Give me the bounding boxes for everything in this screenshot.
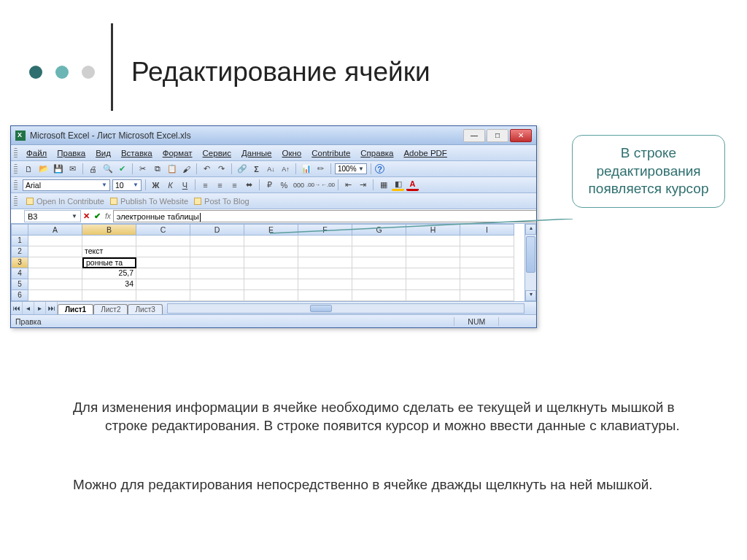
grip-icon[interactable] bbox=[14, 196, 18, 206]
cell[interactable] bbox=[298, 268, 352, 279]
cell[interactable] bbox=[298, 279, 352, 290]
cell[interactable] bbox=[406, 246, 460, 257]
cell[interactable] bbox=[28, 236, 82, 246]
menu-contribute[interactable]: Contribute bbox=[307, 147, 355, 159]
menu-tools[interactable]: Сервис bbox=[198, 147, 236, 159]
grip-icon[interactable] bbox=[14, 148, 18, 158]
cell[interactable] bbox=[460, 246, 514, 257]
cell[interactable] bbox=[136, 279, 190, 290]
cell[interactable] bbox=[460, 257, 514, 268]
cell[interactable] bbox=[136, 257, 190, 268]
cell[interactable] bbox=[190, 279, 244, 290]
sheet-tab[interactable]: Лист2 bbox=[93, 304, 128, 314]
menu-insert[interactable]: Вставка bbox=[117, 147, 157, 159]
cell-b3-editing[interactable]: ронные та bbox=[82, 257, 136, 268]
cell-b4[interactable]: 25,7 bbox=[82, 268, 136, 279]
col-header[interactable]: D bbox=[190, 224, 244, 236]
tab-prev-icon[interactable]: ◂ bbox=[23, 302, 34, 314]
cell[interactable] bbox=[298, 257, 352, 268]
cell[interactable] bbox=[406, 290, 460, 301]
cell[interactable] bbox=[298, 290, 352, 301]
publish-to-website-link[interactable]: Publish To Website bbox=[110, 197, 188, 206]
cell[interactable] bbox=[460, 268, 514, 279]
cut-icon[interactable]: ✂ bbox=[136, 163, 149, 175]
menu-file[interactable]: Файл bbox=[22, 147, 51, 159]
cell[interactable] bbox=[136, 290, 190, 301]
menu-format[interactable]: Формат bbox=[158, 147, 197, 159]
col-header[interactable]: A bbox=[28, 224, 82, 236]
cell[interactable] bbox=[406, 268, 460, 279]
cell[interactable] bbox=[190, 290, 244, 301]
cell[interactable] bbox=[190, 236, 244, 246]
percent-icon[interactable]: % bbox=[278, 179, 290, 191]
help-icon[interactable]: ? bbox=[375, 164, 384, 174]
cell[interactable] bbox=[136, 246, 190, 257]
dec-indent-icon[interactable]: ⇤ bbox=[342, 179, 355, 191]
cell[interactable] bbox=[352, 246, 406, 257]
fill-color-icon[interactable]: ◧ bbox=[392, 179, 404, 191]
cell[interactable] bbox=[190, 257, 244, 268]
cell[interactable] bbox=[406, 279, 460, 290]
maximize-button[interactable]: □ bbox=[487, 129, 508, 142]
font-name-combo[interactable]: Arial▼ bbox=[23, 179, 110, 191]
redo-icon[interactable]: ↷ bbox=[215, 163, 228, 175]
row-header[interactable]: 3 bbox=[11, 257, 28, 268]
cell[interactable] bbox=[28, 290, 82, 301]
scroll-thumb[interactable] bbox=[310, 305, 332, 312]
cell[interactable] bbox=[352, 257, 406, 268]
col-header[interactable]: B bbox=[82, 224, 136, 236]
select-all-corner[interactable] bbox=[11, 224, 28, 236]
open-icon[interactable]: 📂 bbox=[37, 163, 50, 175]
cell[interactable] bbox=[28, 246, 82, 257]
menu-window[interactable]: Окно bbox=[278, 147, 306, 159]
cell[interactable] bbox=[244, 257, 298, 268]
titlebar[interactable]: Microsoft Excel - Лист Microsoft Excel.x… bbox=[11, 126, 536, 145]
chart-icon[interactable]: 📊 bbox=[300, 163, 312, 175]
sort-asc-icon[interactable]: A↓ bbox=[265, 163, 277, 175]
confirm-edit-button[interactable]: ✔ bbox=[92, 211, 103, 221]
preview-icon[interactable]: 🔍 bbox=[101, 163, 114, 175]
autosum-icon[interactable]: Σ bbox=[250, 163, 263, 175]
bold-button[interactable]: Ж bbox=[150, 179, 162, 191]
menu-help[interactable]: Справка bbox=[356, 147, 398, 159]
fx-icon[interactable]: fx bbox=[105, 212, 111, 220]
font-size-combo[interactable]: 10▼ bbox=[112, 179, 142, 191]
sheet-tab[interactable]: Лист3 bbox=[128, 304, 162, 314]
row-header[interactable]: 6 bbox=[11, 290, 28, 301]
align-left-icon[interactable]: ≡ bbox=[199, 179, 212, 191]
cell[interactable] bbox=[82, 290, 136, 301]
merge-cells-icon[interactable]: ⬌ bbox=[243, 179, 255, 191]
copy-icon[interactable]: ⧉ bbox=[151, 163, 163, 175]
cell[interactable] bbox=[190, 268, 244, 279]
grip-icon[interactable] bbox=[14, 180, 18, 190]
tab-next-icon[interactable]: ▸ bbox=[34, 302, 46, 314]
cell[interactable] bbox=[352, 290, 406, 301]
name-box[interactable]: B3▼ bbox=[24, 210, 81, 222]
cell[interactable] bbox=[460, 290, 514, 301]
menu-data[interactable]: Данные bbox=[237, 147, 276, 159]
cell[interactable] bbox=[406, 257, 460, 268]
minimize-button[interactable]: — bbox=[463, 129, 485, 142]
spellcheck-icon[interactable]: ✔ bbox=[116, 163, 128, 175]
cancel-edit-button[interactable]: ✕ bbox=[81, 211, 92, 221]
menu-edit[interactable]: Правка bbox=[53, 147, 90, 159]
cell-b2[interactable]: текст bbox=[82, 246, 136, 257]
cell[interactable] bbox=[82, 236, 136, 246]
currency-icon[interactable]: ₽ bbox=[263, 179, 276, 191]
horizontal-scrollbar[interactable] bbox=[167, 303, 525, 314]
tab-last-icon[interactable]: ⏭ bbox=[46, 302, 58, 314]
close-button[interactable]: ✕ bbox=[510, 129, 532, 142]
scroll-down-icon[interactable]: ▾ bbox=[525, 290, 536, 301]
row-header[interactable]: 1 bbox=[11, 236, 28, 246]
font-color-icon[interactable]: A bbox=[406, 179, 419, 191]
sort-desc-icon[interactable]: A↑ bbox=[279, 163, 292, 175]
cell[interactable] bbox=[298, 246, 352, 257]
underline-button[interactable]: Ч bbox=[179, 179, 191, 191]
cell[interactable] bbox=[136, 236, 190, 246]
sheet-tab[interactable]: Лист1 bbox=[58, 304, 93, 314]
row-header[interactable]: 2 bbox=[11, 246, 28, 257]
mail-icon[interactable]: ✉ bbox=[66, 163, 79, 175]
cell[interactable] bbox=[244, 246, 298, 257]
row-header[interactable]: 5 bbox=[11, 279, 28, 290]
cell[interactable] bbox=[28, 279, 82, 290]
